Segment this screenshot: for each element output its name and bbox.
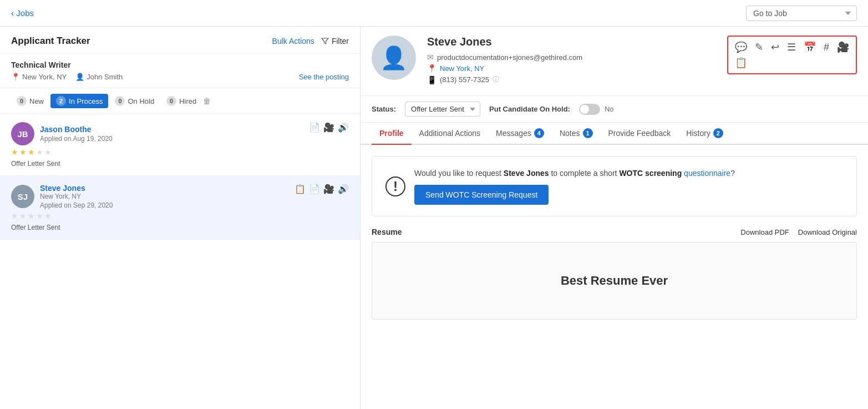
stage-tab-new[interactable]: 0 New xyxy=(11,94,49,108)
top-bar: ‹ Jobs Go to Job xyxy=(0,0,868,27)
tab-notes-badge: 1 xyxy=(583,128,593,138)
resume-icon-sj[interactable]: 📄 xyxy=(309,184,320,194)
comment-icon[interactable]: 💬 xyxy=(735,41,747,53)
applicant-info-sj: Steve Jones New York, NY Applied on Sep … xyxy=(40,184,113,209)
video-icon-jb[interactable]: 🎥 xyxy=(323,122,334,133)
trash-icon[interactable]: 🗑 xyxy=(203,97,211,105)
applicant-location-sj: New York, NY xyxy=(40,193,113,200)
stage-badge-hired: 0 xyxy=(166,96,176,106)
wotc-highlight: WOTC screening xyxy=(619,169,682,178)
location-icon: 📍 xyxy=(11,73,20,81)
tab-messages-label: Messages xyxy=(496,129,531,138)
status-select[interactable]: Offer Letter Sent New In Process On Hold… xyxy=(405,102,480,117)
tab-provide-feedback-label: Provide Feedback xyxy=(608,129,671,138)
resume-preview-text: Best Resume Ever xyxy=(561,274,668,288)
wotc-questionnaire-link[interactable]: questionnaire xyxy=(684,169,730,178)
applicant-date-sj: Applied on Sep 29, 2020 xyxy=(40,201,113,209)
action-icons-box: 💬 ✎ ↩ ☰ 📅 # 🎥 📋 xyxy=(727,36,857,74)
applicant-name-sj: Steve Jones xyxy=(40,184,113,193)
applicant-card-jb[interactable]: JB Jason Boothe Applied on Aug 19, 2020 … xyxy=(0,114,360,176)
stage-badge-on-hold: 0 xyxy=(115,96,125,106)
wotc-alert-icon: ! xyxy=(385,176,405,196)
hashtag-icon[interactable]: # xyxy=(824,42,829,53)
avatar-silhouette-icon: 👤 xyxy=(380,45,408,71)
stage-tab-on-hold[interactable]: 0 On Hold xyxy=(109,94,160,108)
resume-links: Download PDF Download Original xyxy=(740,228,857,236)
toggle-value: No xyxy=(605,105,614,113)
candidate-phone: 📱 (813) 557-7325 ⓘ xyxy=(427,75,857,84)
applicant-tracker-header: Applicant Tracker Bulk Actions Filter xyxy=(0,27,360,54)
copy-doc-icon[interactable]: 📋 xyxy=(735,57,747,69)
stage-badge-new: 0 xyxy=(17,96,27,106)
tab-history-label: History xyxy=(686,129,710,138)
audio-icon-sj[interactable]: 🔊 xyxy=(338,184,349,194)
filter-button[interactable]: Filter xyxy=(321,37,349,46)
card-actions-sj: 📋 📄 🎥 🔊 xyxy=(295,184,349,194)
back-link[interactable]: ‹ Jobs xyxy=(11,8,34,18)
stage-tab-hired[interactable]: 0 Hired xyxy=(161,94,202,108)
tab-profile[interactable]: Profile xyxy=(372,123,412,145)
tab-additional-actions-label: Additional Actions xyxy=(419,129,481,138)
audio-icon-jb[interactable]: 🔊 xyxy=(338,122,349,133)
back-label: Jobs xyxy=(16,8,34,18)
share-icon[interactable]: ↩ xyxy=(771,41,779,53)
send-wotc-button[interactable]: Send WOTC Screening Request xyxy=(414,185,549,205)
applicant-status-jb: Offer Letter Sent xyxy=(11,160,349,168)
tab-notes[interactable]: Notes 1 xyxy=(552,123,601,145)
tab-provide-feedback[interactable]: Provide Feedback xyxy=(601,123,679,145)
copy-icon-sj[interactable]: 📋 xyxy=(295,184,306,194)
list-icon[interactable]: ☰ xyxy=(787,41,796,53)
resume-preview: Best Resume Ever xyxy=(372,242,857,320)
on-hold-toggle[interactable] xyxy=(579,104,600,115)
see-posting-link[interactable]: See the posting xyxy=(299,73,349,81)
back-arrow-icon: ‹ xyxy=(11,8,14,18)
bulk-actions-button[interactable]: Bulk Actions xyxy=(272,37,314,46)
card-actions-jb: 📄 🎥 🔊 xyxy=(309,122,349,133)
action-icons-row-1: 💬 ✎ ↩ ☰ 📅 # 🎥 xyxy=(735,41,849,53)
applicant-info-jb: Jason Boothe Applied on Aug 19, 2020 xyxy=(40,125,113,143)
candidate-avatar: 👤 xyxy=(372,36,416,80)
status-label: Status: xyxy=(372,105,396,113)
tab-additional-actions[interactable]: Additional Actions xyxy=(412,123,489,145)
wotc-banner: ! Would you like to request Steve Jones … xyxy=(372,156,857,216)
job-location: 📍 New York, NY xyxy=(11,73,67,81)
download-original-link[interactable]: Download Original xyxy=(798,228,857,236)
wotc-content: Would you like to request Steve Jones to… xyxy=(414,168,735,205)
action-icons-row-2: 📋 xyxy=(735,57,849,69)
tab-history[interactable]: History 2 xyxy=(678,123,731,145)
applicant-card-sj[interactable]: SJ Steve Jones New York, NY Applied on S… xyxy=(0,176,360,240)
tab-profile-label: Profile xyxy=(379,129,404,138)
tab-messages[interactable]: Messages 4 xyxy=(488,123,552,145)
resume-icon-jb[interactable]: 📄 xyxy=(309,122,320,133)
applicant-left-jb: JB Jason Boothe Applied on Aug 19, 2020 xyxy=(11,122,113,145)
status-row: Status: Offer Letter Sent New In Process… xyxy=(361,96,868,123)
video-camera-icon[interactable]: 🎥 xyxy=(837,41,849,53)
resume-title: Resume xyxy=(372,228,402,236)
left-panel: Applicant Tracker Bulk Actions Filter Te… xyxy=(0,27,361,409)
resume-section: Resume Download PDF Download Original Be… xyxy=(372,228,857,320)
video-icon-sj[interactable]: 🎥 xyxy=(323,184,334,194)
avatar-sj: SJ xyxy=(11,185,34,208)
applicant-date-jb: Applied on Aug 19, 2020 xyxy=(40,135,113,143)
avatar-jb: JB xyxy=(11,122,34,145)
email-icon: ✉ xyxy=(427,53,434,62)
wotc-text: Would you like to request Steve Jones to… xyxy=(414,168,735,179)
wotc-candidate-name: Steve Jones xyxy=(504,169,549,178)
info-icon: ⓘ xyxy=(493,75,499,84)
filter-icon xyxy=(321,37,329,45)
edit-icon[interactable]: ✎ xyxy=(755,41,763,53)
right-panel: 👤 Steve Jones ✉ productdocumentation+sjo… xyxy=(361,27,868,409)
tab-notes-label: Notes xyxy=(560,129,580,138)
stars-sj: ★★ ★★★ xyxy=(11,211,349,220)
stage-tabs: 0 New 2 In Process 0 On Hold 0 Hired 🗑 xyxy=(0,88,360,114)
tab-content: ! Would you like to request Steve Jones … xyxy=(361,145,868,409)
job-meta-left: 📍 New York, NY 👤 John Smith xyxy=(11,73,123,81)
go-to-job-select[interactable]: Go to Job xyxy=(746,6,857,21)
download-pdf-link[interactable]: Download PDF xyxy=(740,228,789,236)
applicant-card-header-sj: SJ Steve Jones New York, NY Applied on S… xyxy=(11,184,349,209)
calendar-icon[interactable]: 📅 xyxy=(804,41,816,53)
phone-icon: 📱 xyxy=(427,75,436,84)
stage-tab-in-process[interactable]: 2 In Process xyxy=(50,94,108,108)
job-assignee: 👤 John Smith xyxy=(75,73,123,81)
job-meta: 📍 New York, NY 👤 John Smith See the post… xyxy=(11,73,349,81)
